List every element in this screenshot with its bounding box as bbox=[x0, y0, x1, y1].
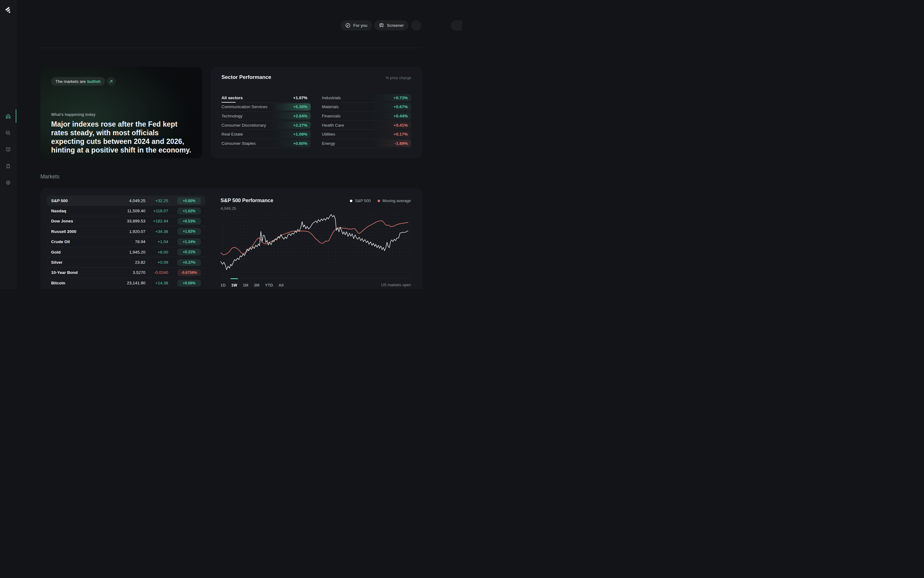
markets-table: S&P 5004,049.25+32.25+0.80%Nasdaq11,509.… bbox=[47, 196, 205, 288]
sector-row[interactable]: Technology+2.64% bbox=[222, 112, 311, 121]
market-value: 1,920.07 bbox=[129, 229, 145, 234]
market-row[interactable]: Russell 20001,920.07+34.38+1.82% bbox=[47, 226, 205, 237]
sector-change-pill: +5.30% bbox=[271, 103, 311, 110]
markets-card: S&P 5004,049.25+32.25+0.80%Nasdaq11,509.… bbox=[41, 188, 422, 289]
market-sentiment-pill[interactable]: The markets are bullish bbox=[51, 77, 105, 86]
sidebar-item-home[interactable] bbox=[0, 112, 16, 121]
sector-row[interactable]: Energy-1.89% bbox=[322, 139, 411, 148]
market-change: +0.09 bbox=[158, 260, 168, 265]
market-change: +182.44 bbox=[153, 219, 168, 223]
market-value: 11,509.40 bbox=[127, 209, 145, 213]
sector-change-pill: +0.44% bbox=[372, 112, 411, 120]
sector-unit-label: % price change bbox=[386, 76, 411, 80]
market-name: Bitcoin bbox=[51, 281, 65, 285]
market-name: Silver bbox=[51, 260, 63, 265]
sector-name: All sectors bbox=[222, 96, 243, 100]
search-trend-icon bbox=[5, 130, 11, 136]
sector-change-value: +1.07% bbox=[293, 96, 307, 100]
market-row[interactable]: Dow Jones33,899.53+182.44+0.53% bbox=[47, 216, 205, 226]
sector-name: Industrials bbox=[322, 96, 341, 100]
sector-change-pill: +1.07% bbox=[271, 94, 311, 101]
market-value: 78.94 bbox=[135, 239, 145, 244]
price-chart[interactable] bbox=[220, 211, 411, 279]
market-percent-badge: +1.82% bbox=[177, 228, 201, 235]
timeframe-tabs: 1D1W1M3MYTDAll bbox=[220, 279, 284, 287]
series-s-p-500 bbox=[220, 214, 408, 270]
sector-column-left: All sectors+1.07%Communication Services+… bbox=[222, 93, 311, 148]
market-row[interactable]: Nasdaq11,509.40+116.07+1.02% bbox=[47, 206, 205, 216]
sector-change-pill: +0.41% bbox=[372, 122, 411, 129]
market-change: +14.38 bbox=[155, 281, 168, 285]
for-you-label: For you bbox=[353, 23, 368, 28]
market-value: 3.5270 bbox=[133, 270, 145, 275]
chart-svg bbox=[220, 211, 411, 279]
market-change: +32.25 bbox=[155, 198, 168, 203]
sector-change-pill: +2.27% bbox=[271, 122, 311, 129]
market-value: 33,899.53 bbox=[127, 219, 145, 223]
hero-kicker: What’s happening today bbox=[51, 112, 96, 117]
sector-change-pill: +2.64% bbox=[271, 112, 311, 120]
sector-performance-card: Sector Performance % price change All se… bbox=[211, 67, 422, 158]
sector-change-value: +1.08% bbox=[293, 132, 307, 136]
timeframe-tab-1d[interactable]: 1D bbox=[220, 281, 226, 287]
market-percent-badge: +1.02% bbox=[177, 208, 201, 214]
market-row[interactable]: Gold1,945.20+6.00+0.31% bbox=[47, 247, 205, 257]
timeframe-tab-1w[interactable]: 1W bbox=[231, 281, 237, 287]
for-you-button[interactable]: For you bbox=[340, 20, 372, 31]
market-row[interactable]: S&P 5004,049.25+32.25+0.80% bbox=[47, 196, 205, 206]
sector-row[interactable]: Real Estate+1.08% bbox=[222, 130, 311, 139]
sidebar-item-learn[interactable] bbox=[0, 145, 16, 154]
search-button[interactable] bbox=[411, 20, 421, 31]
screener-button[interactable]: Screener bbox=[374, 20, 409, 31]
sector-change-value: +0.17% bbox=[394, 132, 408, 136]
market-row[interactable]: 10-Year Bond3.5270-0.0240-0.6759% bbox=[47, 268, 205, 278]
sector-row[interactable]: Utilities+0.17% bbox=[322, 130, 411, 139]
search-icon bbox=[413, 23, 419, 28]
sector-name: Utilities bbox=[322, 132, 336, 136]
sector-change-value: +0.80% bbox=[293, 141, 307, 146]
chart-last-value: 4,049.25 bbox=[220, 206, 236, 211]
sidebar-item-explore[interactable] bbox=[0, 128, 16, 137]
saved-button[interactable] bbox=[451, 20, 462, 31]
sector-row[interactable]: Consumer Discretionary+2.27% bbox=[222, 121, 311, 130]
market-status: US markets open bbox=[381, 283, 411, 287]
sector-row[interactable]: Communication Services+5.30% bbox=[222, 102, 311, 112]
timeframe-tab-all[interactable]: All bbox=[279, 281, 284, 287]
hero-headline: Major indexes rose after the Fed kept ra… bbox=[51, 120, 191, 154]
market-row[interactable]: Silver23.82+0.09+0.37% bbox=[47, 257, 205, 268]
sector-row[interactable]: All sectors+1.07% bbox=[222, 93, 311, 102]
sentiment-open-button[interactable] bbox=[107, 77, 115, 86]
sector-row[interactable]: Consumer Staples+0.80% bbox=[222, 139, 311, 148]
sector-change-pill: +1.08% bbox=[271, 131, 311, 138]
market-name: Nasdaq bbox=[51, 209, 66, 213]
sector-row[interactable]: Industrials+0.73% bbox=[322, 93, 411, 102]
market-row[interactable]: Crude Oil78.94+1.04+1.34% bbox=[47, 237, 205, 247]
legend-label-moving-average: Moving average bbox=[383, 198, 411, 203]
timeframe-tab-1m[interactable]: 1M bbox=[243, 281, 248, 287]
market-change: +116.07 bbox=[153, 209, 168, 213]
sector-row[interactable]: Materials+0.67% bbox=[322, 102, 411, 112]
sector-change-value: +0.44% bbox=[394, 114, 408, 118]
market-change: -0.0240 bbox=[154, 270, 168, 275]
sector-row[interactable]: Financials+0.44% bbox=[322, 112, 411, 121]
hero-card[interactable]: The markets are bullish What’s happening… bbox=[41, 67, 202, 158]
timeframe-tab-3m[interactable]: 3M bbox=[254, 281, 259, 287]
app-logo-icon[interactable] bbox=[5, 6, 11, 14]
header-divider bbox=[41, 48, 421, 48]
sidebar-item-bookmarks[interactable] bbox=[0, 161, 16, 171]
sidebar-item-token[interactable] bbox=[0, 178, 16, 187]
chart-title: S&P 500 Performance bbox=[220, 198, 273, 203]
sector-row[interactable]: Health Care+0.41% bbox=[322, 121, 411, 130]
sector-name: Health Care bbox=[322, 123, 344, 128]
market-percent-badge: +0.37% bbox=[177, 259, 201, 266]
sector-name: Technology bbox=[222, 114, 242, 118]
sector-change-value: +2.64% bbox=[293, 114, 307, 118]
market-row[interactable]: Bitcoin23,141.90+14.38+0.06% bbox=[47, 278, 205, 288]
sector-change-value: +0.67% bbox=[394, 104, 408, 109]
market-percent-badge: +0.31% bbox=[177, 248, 201, 255]
legend-label-sp500: S&P 500 bbox=[355, 198, 371, 203]
markets-heading: Markets bbox=[41, 174, 60, 180]
market-value: 1,945.20 bbox=[129, 250, 145, 255]
timeframe-tab-ytd[interactable]: YTD bbox=[265, 281, 273, 287]
sidebar bbox=[0, 0, 16, 289]
